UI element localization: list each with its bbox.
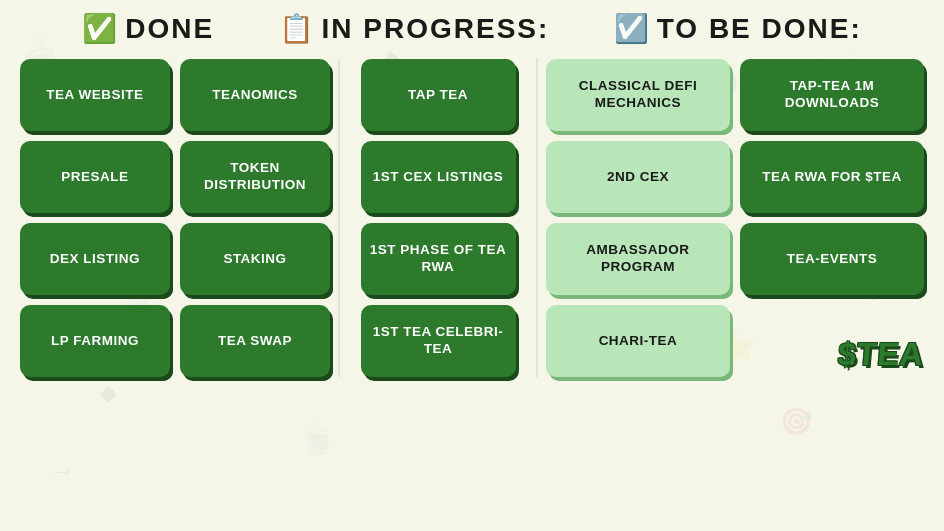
done-grid: TEA WEBSITE TEANOMICS PRESALE TOKEN DIST…	[20, 59, 330, 377]
card-presale: PRESALE	[20, 141, 170, 213]
card-1st-cex-listings: 1ST CEX LISTINGS	[361, 141, 516, 213]
card-tea-website: TEA WEBSITE	[20, 59, 170, 131]
card-staking: STAKING	[180, 223, 330, 295]
progress-icon: 📋	[279, 12, 314, 45]
header-progress: 📋 IN PROGRESS:	[279, 12, 550, 45]
main-layout: TEA WEBSITE TEANOMICS PRESALE TOKEN DIST…	[20, 59, 924, 377]
card-classical-defi-mechanics: CLASSICAL DEFI MECHANICS	[546, 59, 730, 131]
card-tea-rwa-for-stea: TEA RWA FOR $TEA	[740, 141, 924, 213]
todo-grid: CLASSICAL DEFI MECHANICS TAP-TEA 1M DOWN…	[546, 59, 924, 377]
card-chari-tea: CHARI-TEA	[546, 305, 730, 377]
card-tap-tea-1m-downloads: TAP-TEA 1M DOWNLOADS	[740, 59, 924, 131]
card-1st-tea-celebri-tea: 1ST TEA CELEBRI-TEA	[361, 305, 516, 377]
separator-2	[536, 59, 538, 377]
section-todo: CLASSICAL DEFI MECHANICS TAP-TEA 1M DOWN…	[546, 59, 924, 377]
card-tea-swap: TEA SWAP	[180, 305, 330, 377]
card-1st-phase-tea-rwa: 1ST PHASE OF TEA RWA	[361, 223, 516, 295]
todo-icon: ☑️	[614, 12, 649, 45]
card-2nd-cex: 2ND CEX	[546, 141, 730, 213]
card-teanomics: TEANOMICS	[180, 59, 330, 131]
card-dex-listing: DEX LISTING	[20, 223, 170, 295]
done-icon: ✅	[82, 12, 117, 45]
tea-logo: $TEA	[837, 336, 926, 373]
card-tap-tea: TAP TEA	[361, 59, 516, 131]
header-done: ✅ DONE	[82, 12, 214, 45]
section-done: TEA WEBSITE TEANOMICS PRESALE TOKEN DIST…	[20, 59, 330, 377]
header-row: ✅ DONE 📋 IN PROGRESS: ☑️ TO BE DONE:	[20, 12, 924, 45]
section-progress: TAP TEA 1ST CEX LISTINGS 1ST PHASE OF TE…	[348, 59, 528, 377]
header-todo: ☑️ TO BE DONE:	[614, 12, 862, 45]
tea-logo-cell: $TEA	[740, 305, 924, 377]
card-tea-events: TEA-EVENTS	[740, 223, 924, 295]
card-token-distribution: TOKEN DISTRIBUTION	[180, 141, 330, 213]
progress-title: IN PROGRESS:	[322, 13, 550, 45]
done-title: DONE	[125, 13, 214, 45]
card-lp-farming: LP FARMING	[20, 305, 170, 377]
card-ambassador-program: AMBASSADOR PROGRAM	[546, 223, 730, 295]
separator-1	[338, 59, 340, 377]
todo-title: TO BE DONE:	[657, 13, 862, 45]
